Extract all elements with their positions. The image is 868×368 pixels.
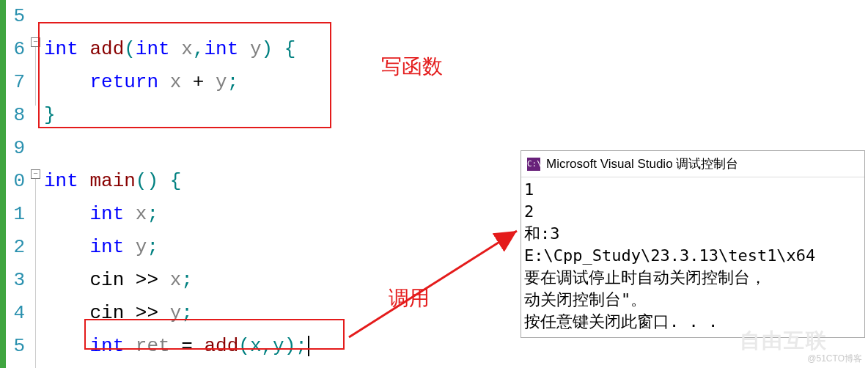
console-output[interactable]: 1 2 和:3 E:\Cpp_Study\23.3.13\test1\x64 要… [521, 177, 864, 337]
annotation-write-function: 写函数 [381, 53, 443, 81]
fold-toggle[interactable]: − [31, 37, 40, 47]
fold-guide [35, 179, 36, 368]
line-number: 9 [6, 132, 25, 165]
code-line: int add(int x,int y) { [44, 33, 868, 66]
line-number: 7 [6, 66, 25, 99]
console-line: 和:3 [524, 223, 861, 245]
change-bar [0, 0, 6, 368]
line-number: 5 [6, 0, 25, 33]
line-number: 0 [6, 165, 25, 198]
console-window: C:\ Microsoft Visual Studio 调试控制台 1 2 和:… [521, 150, 865, 338]
console-line: 2 [524, 201, 861, 223]
line-number: 2 [6, 231, 25, 264]
console-line: 1 [524, 179, 861, 201]
code-line: } [44, 99, 868, 132]
line-number: 6 [6, 33, 25, 66]
console-line: 动关闭控制台"。 [524, 289, 861, 311]
code-line: return x + y; [44, 66, 868, 99]
line-number: 8 [6, 99, 25, 132]
fold-column: − − [29, 0, 44, 368]
line-number: 3 [6, 264, 25, 297]
line-number: 5 [6, 330, 25, 363]
fold-guide [35, 47, 36, 106]
code-line: cout << "和:" << ret; [44, 363, 868, 368]
text-caret [308, 336, 309, 356]
line-number: 6 [6, 363, 25, 368]
fold-toggle[interactable]: − [31, 169, 40, 179]
line-numbers: 5 6 7 8 9 0 1 2 3 4 5 6 [6, 0, 29, 368]
console-title-text: Microsoft Visual Studio 调试控制台 [546, 155, 738, 172]
watermark-logo: 自由互联 [740, 327, 828, 355]
watermark-text: @51CTO博客 [807, 353, 862, 365]
line-number: 4 [6, 297, 25, 330]
line-number: 1 [6, 198, 25, 231]
console-icon: C:\ [527, 158, 540, 171]
console-titlebar[interactable]: C:\ Microsoft Visual Studio 调试控制台 [521, 151, 864, 177]
annotation-call: 调用 [389, 284, 430, 312]
code-line [44, 0, 868, 33]
console-line: 要在调试停止时自动关闭控制台， [524, 267, 861, 289]
console-line: E:\Cpp_Study\23.3.13\test1\x64 [524, 245, 861, 267]
